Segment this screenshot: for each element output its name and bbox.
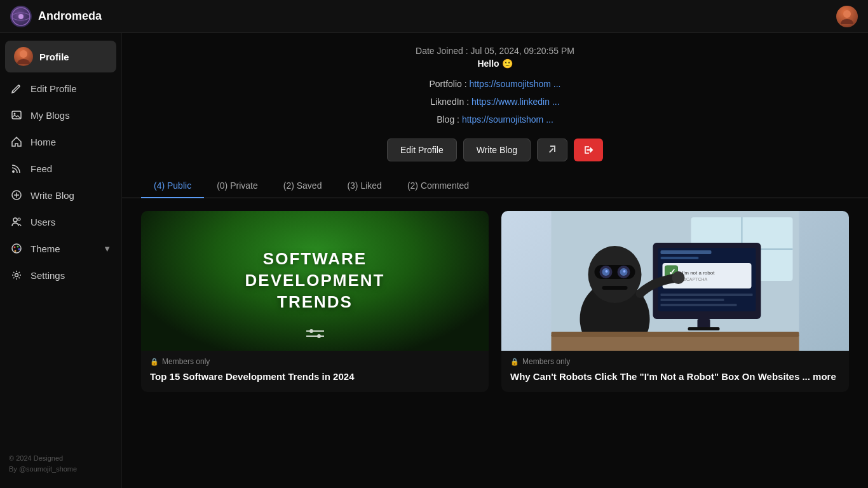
svg-text:reCAPTCHA: reCAPTCHA: [682, 277, 708, 281]
top-user-avatar[interactable]: [836, 6, 858, 27]
main-layout: Profile Edit Profile My Blogs: [0, 33, 868, 488]
blog-card-1-title: Top 15 Software Development Trends in 20…: [150, 370, 480, 383]
sliders-icon: [306, 327, 324, 342]
sidebar-item-theme[interactable]: Theme ▼: [0, 235, 121, 262]
sidebar-write-blog-label: Write Blog: [31, 190, 74, 201]
svg-point-12: [14, 247, 16, 248]
svg-rect-51: [552, 332, 799, 337]
footer-line2: By @soumojit_shome: [9, 464, 112, 475]
blog-link[interactable]: https://soumojitshom ...: [462, 114, 553, 125]
edit-icon: [10, 82, 23, 95]
svg-point-20: [317, 334, 321, 338]
svg-point-10: [18, 218, 20, 220]
sidebar-home-label: Home: [31, 137, 56, 147]
portfolio-link-row: Portfolio : https://soumojitshom ...: [387, 75, 603, 93]
sidebar-settings-label: Settings: [31, 270, 65, 281]
sidebar: Profile Edit Profile My Blogs: [0, 33, 122, 488]
linkedin-link[interactable]: https://www.linkedin ...: [471, 97, 560, 107]
svg-point-4: [20, 50, 27, 58]
sidebar-item-feed[interactable]: Feed: [0, 155, 121, 182]
edit-profile-button[interactable]: Edit Profile: [387, 139, 457, 161]
tab-commented[interactable]: (2) Commented: [395, 174, 482, 198]
tab-private[interactable]: (0) Private: [204, 174, 271, 198]
lock-icon-1: 🔒: [150, 358, 159, 366]
write-blog-button[interactable]: Write Blog: [463, 139, 531, 161]
tab-public[interactable]: (4) Public: [141, 174, 204, 198]
profile-date-joined: Date Joined : Jul 05, 2024, 09:20:55 PM: [387, 46, 603, 56]
svg-point-47: [623, 270, 626, 273]
share-button[interactable]: [537, 139, 567, 161]
linkedin-link-row: LiknedIn : https://www.linkedin ...: [387, 93, 603, 111]
sidebar-footer: © 2024 Designed By @soumojit_shome: [0, 445, 121, 483]
blog-card-2[interactable]: ✓ I'm not a robot reCAPTCHA: [501, 211, 849, 392]
home-icon: [10, 135, 23, 148]
navbar-left: Andromeda: [10, 6, 102, 27]
app-title: Andromeda: [38, 10, 102, 23]
blog-card-1-image: SOFTWAREDEVELOPMENTTRENDS: [141, 211, 489, 351]
svg-point-14: [18, 248, 20, 250]
blog-card-2-title: Why Can't Robots Click The "I'm Not a Ro…: [510, 370, 840, 383]
blog-card-2-info: 🔒 Members only Why Can't Robots Click Th…: [501, 351, 849, 392]
profile-header-info: Date Joined : Jul 05, 2024, 09:20:55 PM …: [387, 46, 603, 174]
blog-link-row: Blog : https://soumojitshom ...: [387, 111, 603, 128]
svg-rect-38: [688, 327, 720, 330]
sidebar-my-blogs-label: My Blogs: [31, 110, 70, 121]
top-navbar: Andromeda: [0, 0, 868, 33]
blog-label: Blog :: [437, 114, 459, 125]
sidebar-item-edit-profile[interactable]: Edit Profile: [0, 75, 121, 102]
blog-card-1-image-text: SOFTWAREDEVELOPMENTTRENDS: [233, 248, 398, 313]
theme-nav-left: Theme: [10, 242, 60, 255]
svg-rect-27: [661, 250, 712, 254]
svg-point-19: [309, 329, 313, 333]
image-icon: [10, 109, 23, 121]
blog-card-2-members: 🔒 Members only: [510, 357, 840, 366]
portfolio-label: Portfolio :: [430, 79, 467, 89]
content-area: Date Joined : Jul 05, 2024, 09:20:55 PM …: [122, 33, 868, 488]
svg-point-9: [13, 218, 17, 222]
profile-hello: Hello 🙂: [387, 58, 603, 69]
linkedin-label: LiknedIn :: [430, 97, 469, 107]
svg-point-15: [15, 250, 17, 252]
users-icon: [10, 215, 23, 228]
profile-links: Portfolio : https://soumojitshom ... Lik…: [387, 75, 603, 128]
svg-point-2: [18, 14, 24, 19]
blog-card-1-info: 🔒 Members only Top 15 Software Developme…: [141, 351, 489, 392]
settings-icon: [10, 269, 23, 281]
sidebar-item-home[interactable]: Home: [0, 128, 121, 155]
svg-point-6: [14, 113, 16, 115]
blog-card-2-members-label: Members only: [522, 357, 570, 366]
tab-liked[interactable]: (3) Liked: [334, 174, 394, 198]
sidebar-theme-label: Theme: [31, 243, 60, 254]
svg-point-3: [843, 10, 851, 18]
profile-tabs: (4) Public (0) Private (2) Saved (3) Lik…: [122, 174, 868, 198]
app-logo-avatar: [10, 6, 32, 27]
sidebar-item-my-blogs[interactable]: My Blogs: [0, 102, 121, 128]
profile-header: Date Joined : Jul 05, 2024, 09:20:55 PM …: [122, 33, 868, 174]
svg-point-46: [606, 270, 608, 273]
sidebar-profile-avatar: [14, 47, 33, 66]
portfolio-link[interactable]: https://soumojitshom ...: [470, 79, 561, 89]
sidebar-item-write-blog[interactable]: Write Blog: [0, 182, 121, 208]
blog-card-1-members: 🔒 Members only: [150, 357, 480, 366]
blog-card-1-members-label: Members only: [162, 357, 210, 366]
blog-card-2-image: ✓ I'm not a robot reCAPTCHA: [501, 211, 849, 351]
blog-grid: SOFTWAREDEVELOPMENTTRENDS 🔒 Members on: [122, 198, 868, 488]
svg-rect-34: [661, 294, 753, 296]
svg-rect-37: [698, 319, 710, 329]
svg-point-16: [15, 274, 18, 277]
sidebar-item-profile[interactable]: Profile: [5, 41, 116, 72]
svg-rect-35: [661, 299, 724, 301]
sidebar-item-settings[interactable]: Settings: [0, 262, 121, 288]
plus-icon: [10, 189, 23, 201]
logout-button[interactable]: [574, 139, 603, 161]
tab-saved[interactable]: (2) Saved: [271, 174, 335, 198]
svg-rect-36: [661, 304, 737, 306]
svg-point-7: [12, 170, 15, 173]
svg-rect-50: [552, 335, 799, 351]
sidebar-item-users[interactable]: Users: [0, 208, 121, 235]
svg-point-49: [672, 271, 685, 284]
lock-icon-2: 🔒: [510, 358, 519, 366]
blog-card-1[interactable]: SOFTWAREDEVELOPMENTTRENDS 🔒 Members on: [141, 211, 489, 392]
svg-point-13: [17, 246, 19, 248]
sidebar-edit-profile-label: Edit Profile: [31, 83, 77, 94]
